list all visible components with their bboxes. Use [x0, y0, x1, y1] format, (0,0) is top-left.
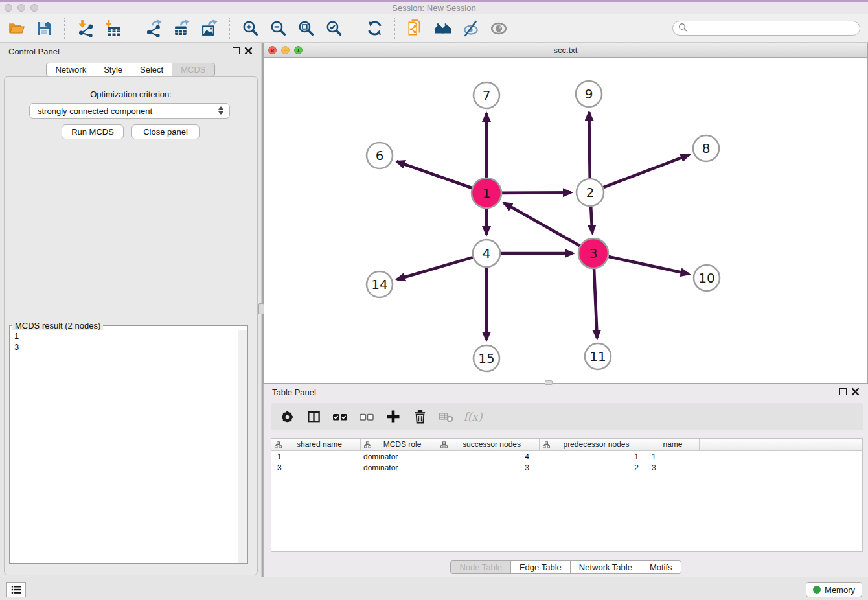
delete-table-icon[interactable]	[438, 409, 455, 424]
tab-mcds[interactable]: MCDS	[172, 63, 214, 76]
search-input[interactable]	[691, 23, 854, 33]
toolbar-separator	[64, 18, 65, 39]
horizontal-splitter-grip[interactable]	[545, 380, 553, 385]
tab-edge-table[interactable]: Edge Table	[510, 560, 571, 574]
result-scrollbar[interactable]	[238, 330, 247, 563]
open-session-icon[interactable]	[6, 19, 26, 38]
split-columns-icon[interactable]	[305, 409, 322, 424]
select-all-checkboxes-icon[interactable]	[332, 409, 348, 424]
table-panel-title: Table Panel	[272, 387, 316, 397]
graph-node-label: 10	[698, 270, 714, 286]
column-header-shared-name[interactable]: shared name	[271, 439, 361, 450]
search-box[interactable]	[672, 21, 860, 36]
import-network-icon[interactable]	[75, 19, 95, 38]
table-cell[interactable]: 2	[540, 463, 646, 472]
float-table-panel-icon[interactable]	[839, 388, 847, 395]
graph-edge-3-11[interactable]	[594, 269, 597, 338]
graph-edge-1-2[interactable]	[502, 192, 571, 193]
toolbar-separator	[354, 18, 354, 39]
tab-network[interactable]: Network	[46, 63, 95, 76]
column-header-successor-nodes[interactable]: successor nodes	[437, 439, 540, 450]
column-header-predecessor-nodes[interactable]: predecessor nodes	[540, 439, 646, 450]
new-network-from-selection-icon[interactable]	[405, 19, 425, 38]
network-window-titlebar: × − + scc.txt	[264, 43, 867, 58]
graph-edge-2-9[interactable]	[589, 112, 589, 178]
zoom-out-icon[interactable]	[268, 19, 288, 38]
column-header-MCDS-role[interactable]: MCDS role	[361, 439, 437, 450]
show-panels-button[interactable]	[6, 582, 26, 597]
table-settings-icon[interactable]	[279, 409, 295, 424]
memory-status-dot	[813, 586, 821, 594]
control-panel: Control Panel Network Style Select MCDS …	[0, 43, 261, 577]
vertical-splitter-grip[interactable]	[258, 303, 264, 314]
show-eye-icon[interactable]	[489, 19, 508, 38]
memory-button[interactable]: Memory	[806, 582, 862, 597]
table-cell[interactable]: dominator	[361, 452, 437, 461]
zoom-in-icon[interactable]	[240, 19, 260, 38]
export-image-icon[interactable]	[200, 19, 219, 38]
home-icon[interactable]	[433, 19, 453, 38]
tab-motifs[interactable]: Motifs	[641, 560, 681, 574]
network-window-title: scc.txt	[264, 45, 867, 55]
mcds-result-box: MCDS result (2 nodes) 1 3	[9, 321, 248, 564]
graph-edge-4-14[interactable]	[397, 257, 473, 279]
table-cell[interactable]: 1	[271, 452, 361, 461]
table-header-row: shared nameMCDS rolesuccessor nodesprede…	[271, 439, 862, 451]
search-icon	[678, 23, 687, 34]
graph-node-label: 3	[589, 246, 598, 261]
graph-edge-3-1[interactable]	[504, 203, 580, 246]
run-mcds-button[interactable]: Run MCDS	[62, 124, 124, 139]
tab-node-table[interactable]: Node Table	[450, 560, 511, 574]
result-line: 1	[10, 330, 247, 341]
graph-node-label: 7	[483, 87, 491, 103]
tab-network-table[interactable]: Network Table	[570, 560, 641, 574]
table-row[interactable]: 3dominator323	[271, 462, 862, 473]
optimization-criterion-select[interactable]: strongly connected component	[29, 103, 230, 119]
table-cell[interactable]: 3	[646, 463, 700, 472]
column-header-name[interactable]: name	[646, 439, 700, 450]
graph-node-label: 15	[478, 351, 494, 366]
refresh-icon[interactable]	[365, 19, 384, 38]
close-panel-button[interactable]: Close panel	[131, 124, 200, 139]
table-cell[interactable]: 1	[646, 452, 700, 461]
graph-edge-2-8[interactable]	[604, 155, 689, 187]
network-canvas[interactable]: 1234678910111415	[264, 58, 867, 383]
delete-column-icon[interactable]	[411, 409, 428, 424]
function-builder-icon[interactable]: f(x)	[464, 409, 481, 424]
column-type-icon	[440, 441, 448, 448]
table-cell[interactable]: 3	[271, 463, 361, 472]
export-network-icon[interactable]	[144, 19, 163, 38]
save-session-icon[interactable]	[34, 19, 54, 38]
zoom-fit-icon[interactable]	[296, 19, 315, 38]
hide-network-icon[interactable]	[461, 19, 481, 38]
graph-node-label: 4	[483, 246, 491, 261]
tab-style[interactable]: Style	[95, 63, 131, 76]
clear-checkboxes-icon[interactable]	[358, 409, 375, 424]
optimization-criterion-label: Optimization criterion:	[5, 89, 257, 99]
table-row[interactable]: 1dominator411	[271, 451, 862, 462]
add-column-icon[interactable]	[385, 409, 402, 424]
mcds-result-legend: MCDS result (2 nodes)	[12, 321, 103, 330]
table-cell[interactable]: 1	[540, 452, 646, 461]
select-chevrons-icon	[218, 106, 223, 115]
table-cell[interactable]: dominator	[361, 463, 437, 472]
network-graph: 1234678910111415	[264, 58, 867, 383]
graph-edge-2-3[interactable]	[591, 207, 592, 233]
graph-edge-1-6[interactable]	[396, 161, 472, 188]
tab-select[interactable]: Select	[131, 63, 172, 76]
close-panel-icon[interactable]	[244, 46, 253, 55]
graph-edge-3-10[interactable]	[608, 257, 689, 274]
memory-label: Memory	[825, 585, 855, 595]
table-panel-header: Table Panel	[264, 384, 868, 401]
export-table-icon[interactable]	[172, 19, 191, 38]
zoom-selected-icon[interactable]	[324, 19, 343, 38]
toolbar-separator	[133, 18, 133, 39]
close-table-panel-icon[interactable]	[851, 387, 860, 396]
import-table-icon[interactable]	[103, 19, 122, 38]
control-panel-tabs: Network Style Select MCDS	[0, 63, 261, 76]
float-panel-icon[interactable]	[233, 47, 240, 54]
table-cell[interactable]: 3	[437, 463, 540, 472]
column-type-icon	[275, 441, 282, 448]
node-table: shared nameMCDS rolesuccessor nodesprede…	[271, 438, 863, 552]
table-cell[interactable]: 4	[437, 452, 540, 461]
